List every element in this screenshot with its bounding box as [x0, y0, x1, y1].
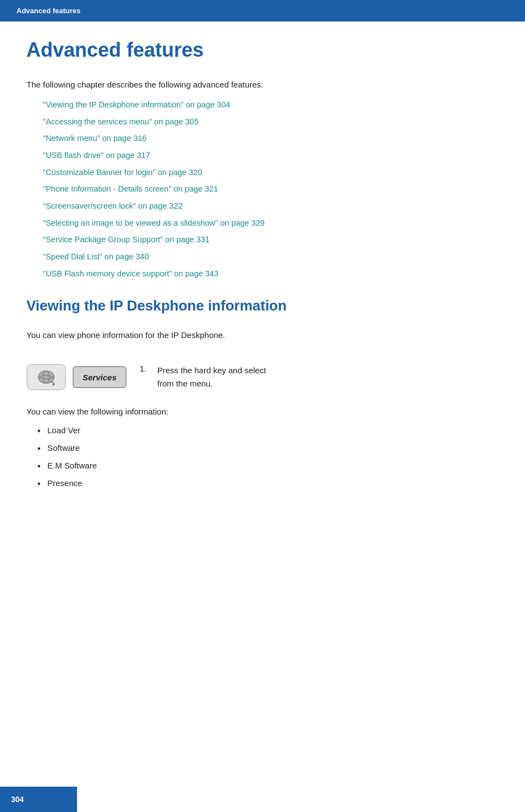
- info-intro: You can view the following information:: [26, 407, 499, 416]
- step-text-container: Press the hard key and select from the m…: [157, 364, 266, 390]
- toc-link-4[interactable]: "USB flash drive" on page 317: [43, 151, 150, 160]
- intro-text: The following chapter describes the foll…: [26, 78, 499, 91]
- toc-item-7[interactable]: "Screensaver/screen lock" on page 322: [43, 199, 499, 213]
- toc-item-8[interactable]: "Selecting an image to be viewed as a sl…: [43, 216, 499, 230]
- toc-item-10[interactable]: "Speed Dial List" on page 340: [43, 250, 499, 264]
- toc-list: "Viewing the IP Deskphone information" o…: [26, 98, 499, 280]
- hard-key-icon: [26, 364, 66, 390]
- bullet-item-1: Load Ver: [37, 424, 499, 437]
- toc-item-3[interactable]: "Network menu" on page 316: [43, 132, 499, 145]
- header-bar: Advanced features: [0, 0, 525, 21]
- bullet-item-2: Software: [37, 442, 499, 455]
- toc-item-9[interactable]: "Service Package Group Support" on page …: [43, 233, 499, 247]
- toc-link-8[interactable]: "Selecting an image to be viewed as a sl…: [43, 219, 265, 227]
- toc-link-9[interactable]: "Service Package Group Support" on page …: [43, 235, 210, 244]
- info-section: You can view the following information: …: [26, 407, 499, 490]
- step-icons: Services: [26, 362, 127, 390]
- toc-link-11[interactable]: "USB Flash memory device support" on pag…: [43, 269, 218, 278]
- toc-link-5[interactable]: "Customizable Banner for login" on page …: [43, 168, 202, 177]
- toc-item-1[interactable]: "Viewing the IP Deskphone information" o…: [43, 98, 499, 112]
- page-footer: 304: [0, 787, 77, 812]
- toc-item-6[interactable]: "Phone Information - Details screen" on …: [43, 182, 499, 196]
- toc-link-10[interactable]: "Speed Dial List" on page 340: [43, 252, 149, 261]
- step-number: 1.: [140, 364, 153, 373]
- step-description: 1. Press the hard key and select from th…: [140, 362, 266, 390]
- services-button[interactable]: Services: [73, 366, 127, 388]
- toc-link-6[interactable]: "Phone Information - Details screen" on …: [43, 184, 218, 193]
- toc-link-1[interactable]: "Viewing the IP Deskphone information" o…: [43, 100, 230, 109]
- toc-item-4[interactable]: "USB flash drive" on page 317: [43, 149, 499, 162]
- page-number: 304: [11, 795, 24, 804]
- toc-item-5[interactable]: "Customizable Banner for login" on page …: [43, 166, 499, 179]
- bullet-item-3: E.M Software: [37, 459, 499, 472]
- hard-key-svg: [35, 368, 57, 386]
- services-label: Services: [83, 373, 117, 382]
- header-label: Advanced features: [17, 7, 80, 15]
- bullet-item-4: Presence: [37, 477, 499, 490]
- step-desc-text: Press the hard key and select from the m…: [157, 366, 266, 388]
- toc-link-3[interactable]: "Network menu" on page 316: [43, 134, 146, 143]
- toc-item-2[interactable]: "Accessing the services menu" on page 30…: [43, 115, 499, 129]
- bullet-list: Load Ver Software E.M Software Presence: [26, 424, 499, 490]
- toc-item-11[interactable]: "USB Flash memory device support" on pag…: [43, 267, 499, 281]
- section-intro-text: You can view phone information for the I…: [26, 329, 499, 342]
- step-row: Services 1. Press the hard key and selec…: [26, 362, 499, 390]
- main-content: Advanced features The following chapter …: [0, 21, 525, 538]
- section-heading: Viewing the IP Deskphone information: [26, 297, 499, 315]
- toc-link-2[interactable]: "Accessing the services menu" on page 30…: [43, 117, 199, 126]
- toc-link-7[interactable]: "Screensaver/screen lock" on page 322: [43, 201, 183, 210]
- page-title: Advanced features: [26, 38, 499, 62]
